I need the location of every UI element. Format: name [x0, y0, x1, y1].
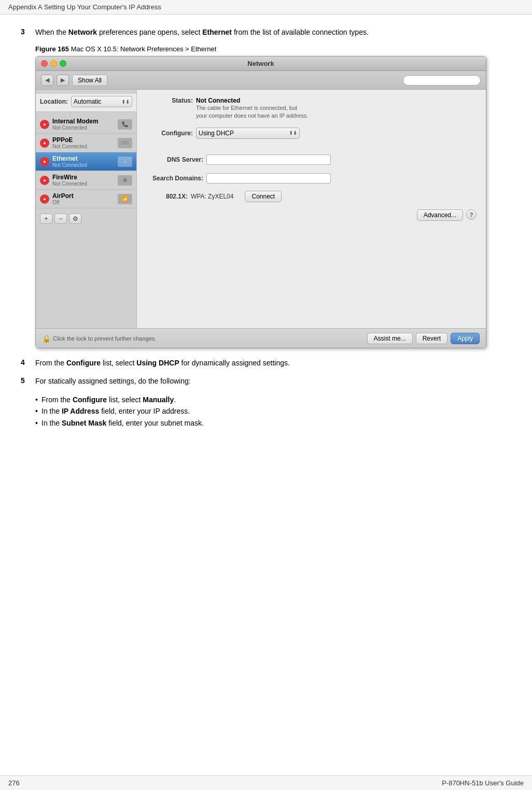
- dot1x-row: 802.1X: WPA: ZyXEL04 Connect: [146, 191, 477, 202]
- network-item-firewire[interactable]: ● FireWire Not Connected ✳: [36, 171, 136, 190]
- search-input[interactable]: [403, 75, 481, 86]
- pppoe-name: PPPoE: [52, 136, 118, 144]
- footer-page-number: 276: [8, 779, 20, 787]
- minimize-button[interactable]: [50, 60, 57, 67]
- step-5-text: For statically assigned settings, do the…: [35, 376, 191, 387]
- help-button[interactable]: ?: [466, 209, 477, 220]
- traffic-lights: [41, 60, 66, 67]
- step-5-number: 5: [21, 376, 35, 385]
- bullet-configure: From the Configure list, select Manually…: [35, 394, 511, 405]
- ethernet-icon: ↔: [118, 157, 132, 167]
- show-all-button[interactable]: Show All: [72, 75, 107, 86]
- internal-modem-icon: 📞: [118, 119, 132, 130]
- mac-bottom-bar: 🔒 Click the lock to prevent further chan…: [36, 328, 486, 348]
- lock-icon: 🔒: [42, 334, 51, 343]
- location-label: Location:: [40, 98, 68, 105]
- mac-right-panel: Status: Not Connected The cable for Ethe…: [137, 90, 486, 328]
- advanced-button[interactable]: Advanced...: [417, 209, 463, 221]
- firewire-status: Not Connected: [52, 181, 118, 187]
- apply-button[interactable]: Apply: [451, 333, 480, 344]
- airport-status-icon: ●: [40, 194, 49, 204]
- search-domains-label: Search Domains:: [146, 175, 203, 182]
- configure-value: Using DHCP: [199, 130, 234, 137]
- status-row: Status: Not Connected The cable for Ethe…: [146, 97, 477, 120]
- pppoe-status-icon: ●: [40, 138, 49, 148]
- configure-dropdown-arrow: ⬆⬇: [289, 130, 297, 136]
- advanced-row: Advanced... ?: [146, 209, 477, 221]
- forward-button[interactable]: ▶: [57, 75, 69, 86]
- internal-modem-info: Internal Modem Not Connected: [52, 118, 118, 131]
- location-dropdown[interactable]: Automatic ⬆⬇: [71, 96, 132, 107]
- network-item-ethernet[interactable]: ● Ethernet Not Connected ↔: [36, 152, 136, 171]
- mac-titlebar: Network: [36, 57, 486, 71]
- firewire-name: FireWire: [52, 174, 118, 181]
- gear-button[interactable]: ⚙: [69, 214, 81, 224]
- network-item-airport[interactable]: ● AirPort Off 📶: [36, 190, 136, 208]
- firewire-status-icon: ●: [40, 176, 49, 185]
- status-desc: The cable for Ethernet is connected, but…: [196, 104, 308, 120]
- internal-modem-name: Internal Modem: [52, 118, 118, 125]
- mac-toolbar: ◀ ▶ Show All: [36, 71, 486, 90]
- dns-input[interactable]: [206, 154, 331, 165]
- ethernet-status: Not Connected: [52, 162, 118, 168]
- window-title: Network: [247, 60, 274, 67]
- status-label: Status:: [146, 97, 193, 104]
- mac-sidebar: Location: Automatic ⬆⬇ ● Internal Modem …: [36, 90, 137, 328]
- airport-info: AirPort Off: [52, 192, 118, 205]
- footer-right-text: P-870HN-51b User's Guide: [442, 779, 524, 787]
- lock-text: Click the lock to prevent further change…: [53, 335, 156, 342]
- page-header: Appendix A Setting Up Your Computer's IP…: [0, 0, 532, 15]
- back-button[interactable]: ◀: [41, 75, 53, 86]
- step-4-number: 4: [21, 358, 35, 366]
- mac-window: Network ◀ ▶ Show All Location: Automatic: [35, 56, 486, 348]
- pppoe-icon: ⬡⬡: [118, 138, 132, 148]
- location-value: Automatic: [74, 98, 101, 105]
- assist-me-button[interactable]: Assist me...: [367, 333, 413, 344]
- network-item-internal-modem[interactable]: ● Internal Modem Not Connected 📞: [36, 115, 136, 134]
- bullet-ip-address: In the IP Address field, enter your IP a…: [35, 405, 511, 417]
- bullet-list: From the Configure list, select Manually…: [35, 394, 511, 429]
- remove-network-button[interactable]: −: [54, 214, 67, 224]
- pppoe-info: PPPoE Not Connected: [52, 136, 118, 149]
- close-button[interactable]: [41, 60, 48, 67]
- sidebar-bottom: + − ⚙: [36, 210, 136, 227]
- firewire-icon: ✳: [118, 175, 132, 186]
- network-item-pppoe[interactable]: ● PPPoE Not Connected ⬡⬡: [36, 134, 136, 152]
- step-4-block: 4 From the Configure list, select Using …: [21, 358, 511, 369]
- configure-row: Configure: Using DHCP ⬆⬇: [146, 128, 477, 139]
- search-domains-row: Search Domains:: [146, 173, 477, 184]
- lock-area: 🔒 Click the lock to prevent further chan…: [42, 334, 156, 343]
- dns-row: DNS Server:: [146, 154, 477, 165]
- ethernet-name: Ethernet: [52, 155, 118, 162]
- step-3-text: When the Network preferences pane opens,…: [35, 27, 369, 38]
- connect-button[interactable]: Connect: [245, 191, 282, 202]
- dot1x-label: 802.1X:: [146, 193, 188, 200]
- pppoe-status: Not Connected: [52, 144, 118, 149]
- airport-icon: 📶: [118, 194, 132, 204]
- airport-name: AirPort: [52, 192, 118, 200]
- step-3-number: 3: [21, 27, 35, 36]
- ethernet-status-icon: ●: [40, 157, 49, 166]
- maximize-button[interactable]: [60, 60, 66, 67]
- dns-label: DNS Server:: [146, 156, 203, 163]
- revert-button[interactable]: Revert: [416, 333, 447, 344]
- step-4-text: From the Configure list, select Using DH…: [35, 358, 290, 369]
- location-bar: Location: Automatic ⬆⬇: [36, 94, 136, 112]
- mac-content: Location: Automatic ⬆⬇ ● Internal Modem …: [36, 90, 486, 328]
- main-content: 3 When the Network preferences pane open…: [0, 15, 532, 463]
- location-dropdown-arrow: ⬆⬇: [121, 99, 130, 105]
- internal-modem-status: Not Connected: [52, 125, 118, 131]
- firewire-info: FireWire Not Connected: [52, 174, 118, 187]
- header-title: Appendix A Setting Up Your Computer's IP…: [8, 3, 161, 11]
- bottom-buttons: Assist me... Revert Apply: [367, 333, 480, 344]
- page-footer: 276 P-870HN-51b User's Guide: [0, 775, 532, 790]
- step-5-block: 5 For statically assigned settings, do t…: [21, 376, 511, 387]
- figure-caption: Figure 165 Mac OS X 10.5: Network Prefer…: [35, 45, 511, 53]
- status-value: Not Connected: [196, 97, 308, 104]
- add-network-button[interactable]: +: [40, 214, 52, 224]
- configure-dropdown[interactable]: Using DHCP ⬆⬇: [196, 128, 300, 139]
- airport-status: Off: [52, 200, 118, 205]
- ethernet-info: Ethernet Not Connected: [52, 155, 118, 168]
- search-domains-input[interactable]: [206, 173, 331, 184]
- figure-block: Figure 165 Mac OS X 10.5: Network Prefer…: [35, 45, 511, 348]
